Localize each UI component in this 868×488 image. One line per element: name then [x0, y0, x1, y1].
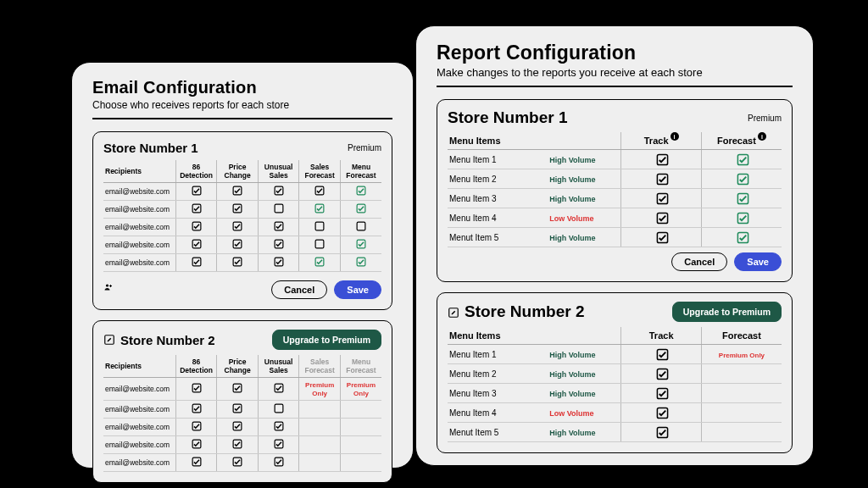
cancel-button[interactable]: Cancel: [671, 252, 727, 271]
report-config-title: Report Configuration: [437, 42, 793, 64]
checkbox-checked-icon[interactable]: [737, 153, 747, 164]
checkbox-empty-icon[interactable]: [274, 403, 284, 413]
checkbox-checked-icon[interactable]: [356, 203, 366, 214]
cancel-button[interactable]: Cancel: [271, 280, 327, 299]
checkbox-checked-icon[interactable]: [314, 186, 325, 196]
checkbox-checked-icon[interactable]: [192, 203, 202, 214]
email-config-panel: Email Configuration Choose who receives …: [71, 62, 414, 469]
report-store1-table: Menu Items Tracki Forecasti Menu Item 1 …: [448, 132, 782, 247]
checkbox-checked-icon[interactable]: [656, 173, 666, 183]
checkbox-checked-icon[interactable]: [656, 348, 666, 358]
checkbox-checked-icon[interactable]: [232, 221, 242, 231]
checkbox-checked-icon[interactable]: [274, 186, 284, 196]
checkbox-checked-icon[interactable]: [274, 221, 284, 231]
col-86: 86 Detection: [175, 160, 217, 183]
volume-badge: High Volume: [549, 429, 595, 437]
info-icon[interactable]: i: [758, 132, 766, 141]
recipient-email: email@website.com: [103, 436, 175, 454]
checkbox-checked-icon[interactable]: [356, 257, 366, 267]
svg-rect-18: [315, 240, 324, 248]
checkbox-checked-icon[interactable]: [192, 383, 202, 393]
checkbox-checked-icon[interactable]: [192, 421, 202, 431]
checkbox-empty-icon[interactable]: [314, 221, 325, 231]
checkbox-checked-icon[interactable]: [356, 186, 366, 196]
checkbox-checked-icon[interactable]: [274, 439, 284, 449]
table-row: Menu Item 1 High Volume Premium Only: [448, 345, 782, 364]
checkbox-checked-icon[interactable]: [274, 383, 284, 393]
email-store1-table: Recipients 86 Detection Price Change Unu…: [103, 160, 381, 272]
checkbox-checked-icon[interactable]: [232, 257, 242, 267]
checkbox-checked-icon[interactable]: [232, 439, 242, 449]
checkbox-checked-icon[interactable]: [356, 239, 366, 249]
premium-only-label: Premium Only: [347, 381, 376, 397]
recipient-email: email@website.com: [103, 219, 175, 236]
save-button[interactable]: Save: [734, 252, 782, 271]
checkbox-empty-icon[interactable]: [314, 239, 325, 249]
checkbox-checked-icon[interactable]: [656, 368, 666, 378]
volume-badge: High Volume: [549, 351, 595, 359]
recipient-email: email@website.com: [103, 236, 175, 254]
checkbox-checked-icon[interactable]: [656, 426, 666, 436]
info-icon[interactable]: i: [670, 132, 679, 141]
checkbox-checked-icon[interactable]: [656, 231, 666, 241]
table-row: Menu Item 2 High Volume: [448, 169, 782, 189]
checkbox-checked-icon[interactable]: [192, 457, 202, 467]
checkbox-checked-icon[interactable]: [656, 212, 666, 222]
report-store1-title: Store Number 1: [448, 108, 567, 127]
volume-badge: High Volume: [549, 175, 595, 184]
checkbox-checked-icon[interactable]: [737, 212, 747, 222]
checkbox-checked-icon[interactable]: [656, 153, 666, 164]
checkbox-checked-icon[interactable]: [274, 257, 284, 267]
checkbox-checked-icon[interactable]: [192, 257, 202, 267]
volume-badge: High Volume: [549, 156, 595, 164]
recipient-email: email@website.com: [103, 201, 175, 219]
checkbox-empty-icon[interactable]: [274, 203, 284, 214]
upgrade-button[interactable]: Upgrade to Premium: [672, 302, 782, 322]
checkbox-checked-icon[interactable]: [232, 421, 242, 431]
checkbox-checked-icon[interactable]: [232, 383, 242, 393]
checkbox-checked-icon[interactable]: [232, 239, 242, 249]
email-store1-title: Store Number 1: [103, 141, 198, 155]
divider: [437, 86, 793, 87]
checkbox-checked-icon[interactable]: [232, 457, 242, 467]
menu-item-name: Menu Item 4: [448, 208, 548, 228]
edit-icon[interactable]: [448, 306, 459, 318]
checkbox-checked-icon[interactable]: [274, 421, 284, 431]
checkbox-checked-icon[interactable]: [274, 239, 284, 249]
table-row: email@website.com: [103, 419, 381, 436]
checkbox-checked-icon[interactable]: [232, 186, 242, 196]
checkbox-checked-icon[interactable]: [192, 239, 202, 249]
checkbox-checked-icon[interactable]: [656, 387, 666, 397]
email-store2-title: Store Number 2: [120, 333, 215, 347]
checkbox-checked-icon[interactable]: [737, 173, 747, 183]
checkbox-checked-icon[interactable]: [737, 192, 747, 202]
col2-price: Price Change: [217, 355, 259, 378]
checkbox-empty-icon[interactable]: [356, 221, 366, 231]
premium-only-label: Premium Only: [719, 352, 765, 359]
edit-icon[interactable]: [103, 334, 115, 346]
checkbox-checked-icon[interactable]: [232, 403, 242, 413]
checkbox-checked-icon[interactable]: [192, 221, 202, 231]
add-user-icon[interactable]: [103, 282, 114, 292]
recipient-email: email@website.com: [103, 419, 175, 436]
volume-badge: Low Volume: [549, 214, 593, 223]
menu-item-name: Menu Item 2: [448, 169, 548, 189]
upgrade-button[interactable]: Upgrade to Premium: [272, 330, 381, 350]
table-row: Menu Item 3 High Volume: [448, 384, 782, 403]
report-config-subtitle: Make changes to the reports you receive …: [437, 66, 793, 79]
email-config-title: Email Configuration: [92, 78, 392, 97]
checkbox-checked-icon[interactable]: [274, 457, 284, 467]
checkbox-checked-icon[interactable]: [314, 203, 325, 214]
checkbox-checked-icon[interactable]: [314, 257, 325, 267]
volume-badge: High Volume: [549, 195, 595, 203]
checkbox-checked-icon[interactable]: [192, 439, 202, 449]
rcol-menu: Menu Items: [448, 132, 621, 150]
checkbox-checked-icon[interactable]: [192, 403, 202, 413]
checkbox-checked-icon[interactable]: [232, 203, 242, 214]
save-button[interactable]: Save: [334, 280, 381, 299]
checkbox-checked-icon[interactable]: [192, 186, 202, 196]
checkbox-checked-icon[interactable]: [656, 407, 666, 417]
volume-badge: High Volume: [549, 390, 595, 398]
checkbox-checked-icon[interactable]: [656, 192, 666, 202]
checkbox-checked-icon[interactable]: [737, 231, 747, 241]
